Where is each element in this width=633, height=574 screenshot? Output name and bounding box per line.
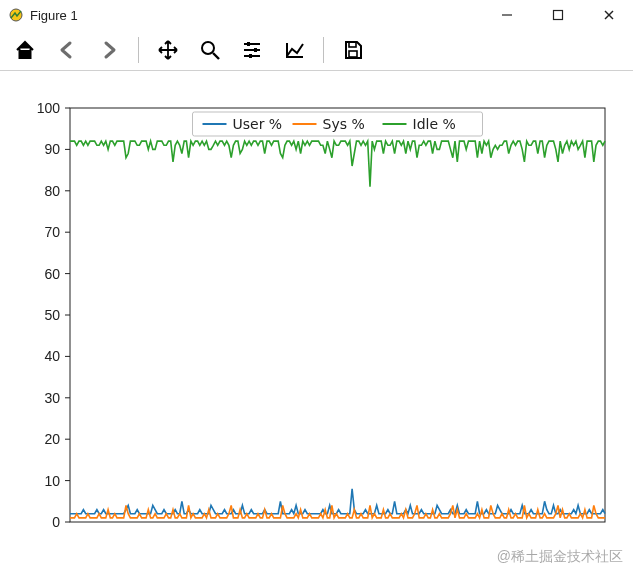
axis-icon bbox=[283, 39, 305, 61]
window-minimize-button[interactable] bbox=[484, 1, 529, 29]
svg-text:User %: User % bbox=[233, 116, 283, 132]
sliders-icon bbox=[241, 39, 263, 61]
arrow-left-icon bbox=[56, 39, 78, 61]
save-icon bbox=[342, 39, 364, 61]
window-title: Figure 1 bbox=[30, 8, 78, 23]
line-chart: 0102030405060708090100User %Sys %Idle % bbox=[0, 72, 633, 574]
forward-button[interactable] bbox=[90, 31, 128, 69]
svg-rect-11 bbox=[254, 48, 257, 52]
svg-text:50: 50 bbox=[44, 307, 60, 323]
window-close-button[interactable] bbox=[586, 1, 631, 29]
svg-rect-14 bbox=[349, 51, 357, 57]
magnifier-icon bbox=[199, 39, 221, 61]
save-button[interactable] bbox=[334, 31, 372, 69]
svg-text:40: 40 bbox=[44, 348, 60, 364]
svg-rect-10 bbox=[247, 42, 250, 46]
edit-axis-button[interactable] bbox=[275, 31, 313, 69]
svg-text:30: 30 bbox=[44, 390, 60, 406]
svg-text:80: 80 bbox=[44, 183, 60, 199]
toolbar-separator bbox=[323, 37, 324, 63]
svg-text:0: 0 bbox=[52, 514, 60, 530]
toolbar-separator bbox=[138, 37, 139, 63]
svg-rect-13 bbox=[349, 42, 356, 47]
home-icon bbox=[14, 39, 36, 61]
app-icon bbox=[8, 7, 24, 23]
svg-rect-15 bbox=[70, 108, 605, 522]
svg-text:90: 90 bbox=[44, 141, 60, 157]
svg-text:100: 100 bbox=[37, 100, 61, 116]
zoom-button[interactable] bbox=[191, 31, 229, 69]
svg-text:Sys %: Sys % bbox=[323, 116, 365, 132]
svg-rect-2 bbox=[553, 11, 562, 20]
figure-window: Figure 1 0102030405060708090100User %Sys… bbox=[0, 0, 633, 574]
configure-subplots-button[interactable] bbox=[233, 31, 271, 69]
pan-button[interactable] bbox=[149, 31, 187, 69]
chart-area: 0102030405060708090100User %Sys %Idle % bbox=[0, 72, 633, 574]
title-bar: Figure 1 bbox=[0, 0, 633, 30]
back-button[interactable] bbox=[48, 31, 86, 69]
svg-text:10: 10 bbox=[44, 473, 60, 489]
window-maximize-button[interactable] bbox=[535, 1, 580, 29]
svg-text:70: 70 bbox=[44, 224, 60, 240]
move-icon bbox=[157, 39, 179, 61]
svg-point-5 bbox=[202, 42, 214, 54]
svg-text:20: 20 bbox=[44, 431, 60, 447]
home-button[interactable] bbox=[6, 31, 44, 69]
figure-toolbar bbox=[0, 30, 633, 71]
svg-text:Idle %: Idle % bbox=[413, 116, 456, 132]
arrow-right-icon bbox=[98, 39, 120, 61]
svg-rect-12 bbox=[249, 54, 252, 58]
svg-text:60: 60 bbox=[44, 266, 60, 282]
svg-line-6 bbox=[213, 53, 219, 59]
